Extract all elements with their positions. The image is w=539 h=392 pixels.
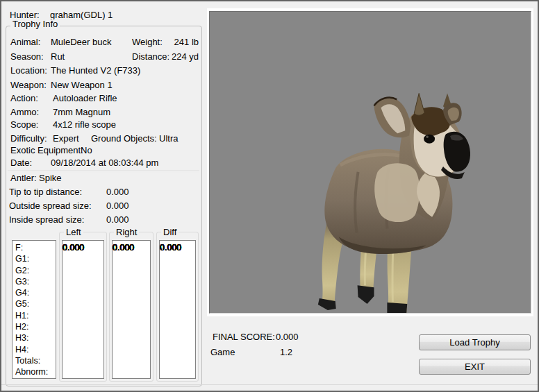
scope-value: 4x12 rifle scope xyxy=(53,120,116,130)
ammo-label: Ammo: xyxy=(10,108,39,117)
location-value: The Hunted V2 (F733) xyxy=(51,66,140,76)
trophy-viewer-window: Hunter: graham(GDL) 1 Trophy Info Animal… xyxy=(0,0,539,392)
exit-button[interactable]: EXIT xyxy=(419,359,531,375)
measure-cell-label: H3: xyxy=(13,332,56,343)
difficulty-label: Difficulty: xyxy=(10,134,47,144)
hunter-value: graham(GDL) 1 xyxy=(50,10,113,20)
weight-label: Weight: xyxy=(132,37,163,47)
measure-cell-label: G2: xyxy=(13,265,56,276)
action-value: Autoloader Rifle xyxy=(53,94,117,103)
exotic-equipment-label: Exotic Equipment: xyxy=(10,146,83,155)
measure-cell-label: H2: xyxy=(13,321,56,332)
date-value: 09/18/2014 at 08:03:44 pm xyxy=(51,158,158,168)
season-label: Season: xyxy=(10,52,44,62)
game-version-value: 1.2 xyxy=(280,348,292,357)
action-label: Action: xyxy=(10,94,38,103)
measure-cell-label: G5: xyxy=(13,298,56,309)
inside-spread-value: 0.000 xyxy=(106,215,129,225)
final-score-value: 0.000 xyxy=(276,332,299,342)
measure-cell-left: 0.000 xyxy=(63,242,88,253)
weight-value: 241 lb xyxy=(174,37,199,47)
trophy-info-groupbox: Trophy Info Animal: MuleDeer buck Weight… xyxy=(6,26,202,386)
measure-cell-label: G1: xyxy=(13,253,56,264)
weapon-label: Weapon: xyxy=(10,80,47,90)
measure-cell-label: G4: xyxy=(13,287,56,298)
measure-labels-listbox[interactable]: F:G1:G2:G3:G4:G5:H1:H2:H3:H4:Totals:Abno… xyxy=(12,240,56,379)
measure-cell-label: F: xyxy=(13,242,56,253)
animal-value: MuleDeer buck xyxy=(51,37,111,47)
render-frame xyxy=(207,8,533,316)
measure-cell-label: Abnorm: xyxy=(13,366,56,377)
measure-cell-label: G3: xyxy=(13,276,56,287)
antler-type-label: Antler: xyxy=(10,173,37,183)
measure-cell-right: 0.000 xyxy=(113,242,138,253)
left-column-header: Left xyxy=(64,228,83,237)
game-version-label: Game xyxy=(210,348,235,357)
ground-objects-label: Ground Objects: xyxy=(91,134,157,144)
exotic-equipment-value: No xyxy=(81,146,92,155)
ground-objects-value: Ultra xyxy=(159,134,178,144)
ammo-value: 7mm Magnum xyxy=(53,108,110,117)
distance-value: 224 yd xyxy=(172,52,199,62)
measure-cell-label: Totals: xyxy=(13,355,56,366)
deer-render xyxy=(210,12,531,313)
scope-label: Scope: xyxy=(10,120,38,130)
diff-column-header: Diff xyxy=(161,228,179,237)
difficulty-value: Expert xyxy=(53,134,79,144)
distance-label: Distance: xyxy=(132,52,169,62)
weapon-value: New Weapon 1 xyxy=(51,80,113,90)
tip-to-tip-label: Tip to tip distance: xyxy=(9,187,82,197)
animal-label: Animal: xyxy=(10,37,40,47)
antler-type-value: Spike xyxy=(39,173,62,183)
date-label: Date: xyxy=(10,158,32,168)
section-separator xyxy=(8,171,199,172)
right-column-header: Right xyxy=(114,228,139,237)
measure-right-listbox[interactable]: 0.0000.0000.0000.0000.0000.0000.0000.000… xyxy=(112,240,151,379)
outside-spread-label: Outside spread size: xyxy=(9,201,92,211)
inside-spread-label: Inside spread size: xyxy=(9,215,84,225)
window-bottom-edge xyxy=(1,384,538,385)
measure-cell-diff: - xyxy=(160,242,166,253)
measure-cell-label: H1: xyxy=(13,310,56,321)
final-score-label: FINAL SCORE: xyxy=(213,332,275,342)
outside-spread-value: 0.000 xyxy=(106,201,129,211)
measure-left-listbox[interactable]: 0.0000.0000.0000.0000.0000.0000.0000.000… xyxy=(62,240,104,379)
location-label: Location: xyxy=(10,66,47,76)
trophy-info-title: Trophy Info xyxy=(10,19,60,29)
measure-diff-listbox[interactable]: 0.0000.0000.0000.0000.0000.0000.0000.000… xyxy=(159,240,196,379)
tip-to-tip-value: 0.000 xyxy=(106,187,129,197)
render-viewport[interactable] xyxy=(209,11,531,314)
load-trophy-button[interactable]: Load Trophy xyxy=(419,334,531,350)
measure-cell-label: H4: xyxy=(13,344,56,355)
season-value: Rut xyxy=(51,52,65,62)
